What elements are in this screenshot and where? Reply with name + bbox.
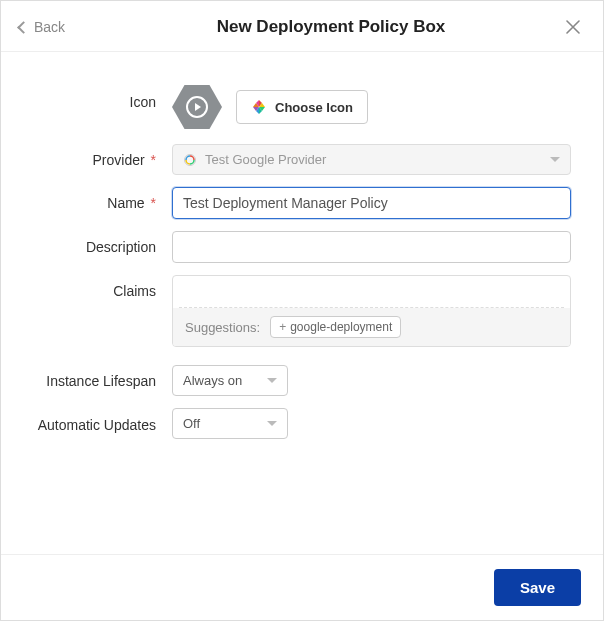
required-mark: *: [151, 195, 156, 211]
save-label: Save: [520, 579, 555, 596]
choose-icon-label: Choose Icon: [275, 100, 353, 115]
updates-select[interactable]: Off: [172, 408, 288, 439]
description-input[interactable]: [172, 231, 571, 263]
label-description: Description: [17, 231, 172, 255]
claims-box: Suggestions: + google-deployment: [172, 275, 571, 347]
row-name: Name *: [17, 187, 571, 219]
lifespan-select[interactable]: Always on: [172, 365, 288, 396]
dialog-body: Icon: [1, 52, 603, 554]
play-circle-icon: [184, 94, 210, 120]
color-wheel-icon: [251, 99, 267, 115]
policy-icon-preview: [172, 82, 222, 132]
label-claims: Claims: [17, 275, 172, 299]
row-icon: Icon: [17, 82, 571, 132]
suggestion-chip[interactable]: + google-deployment: [270, 316, 401, 338]
row-provider: Provider *: [17, 144, 571, 175]
dialog-footer: Save: [1, 554, 603, 620]
back-label: Back: [34, 19, 65, 35]
suggestion-chip-label: google-deployment: [290, 320, 392, 334]
label-icon: Icon: [17, 82, 172, 110]
label-updates: Automatic Updates: [17, 408, 172, 434]
dialog-title: New Deployment Policy Box: [99, 17, 563, 37]
back-button[interactable]: Back: [19, 19, 99, 35]
required-mark: *: [151, 152, 156, 168]
close-button[interactable]: [563, 17, 583, 37]
label-lifespan: Instance Lifespan: [17, 365, 172, 389]
provider-select[interactable]: Test Google Provider: [172, 144, 571, 175]
google-provider-icon: [183, 153, 197, 167]
save-button[interactable]: Save: [494, 569, 581, 606]
choose-icon-button[interactable]: Choose Icon: [236, 90, 368, 124]
chevron-left-icon: [17, 21, 30, 34]
row-updates: Automatic Updates Off: [17, 408, 571, 439]
row-claims: Claims Suggestions: + google-deployment: [17, 275, 571, 347]
claims-input[interactable]: [179, 280, 564, 308]
lifespan-value: Always on: [183, 373, 242, 388]
provider-value: Test Google Provider: [205, 152, 326, 167]
plus-icon: +: [279, 320, 286, 334]
chevron-down-icon: [550, 157, 560, 162]
new-deployment-policy-dialog: Back New Deployment Policy Box Icon: [0, 0, 604, 621]
name-input[interactable]: [172, 187, 571, 219]
label-provider: Provider *: [17, 144, 172, 168]
suggestions-label: Suggestions:: [185, 320, 260, 335]
dialog-header: Back New Deployment Policy Box: [1, 1, 603, 52]
chevron-down-icon: [267, 378, 277, 383]
updates-value: Off: [183, 416, 200, 431]
row-lifespan: Instance Lifespan Always on: [17, 365, 571, 396]
chevron-down-icon: [267, 421, 277, 426]
close-icon: [566, 20, 580, 34]
row-description: Description: [17, 231, 571, 263]
claims-suggestions: Suggestions: + google-deployment: [173, 308, 570, 346]
label-name: Name *: [17, 187, 172, 211]
